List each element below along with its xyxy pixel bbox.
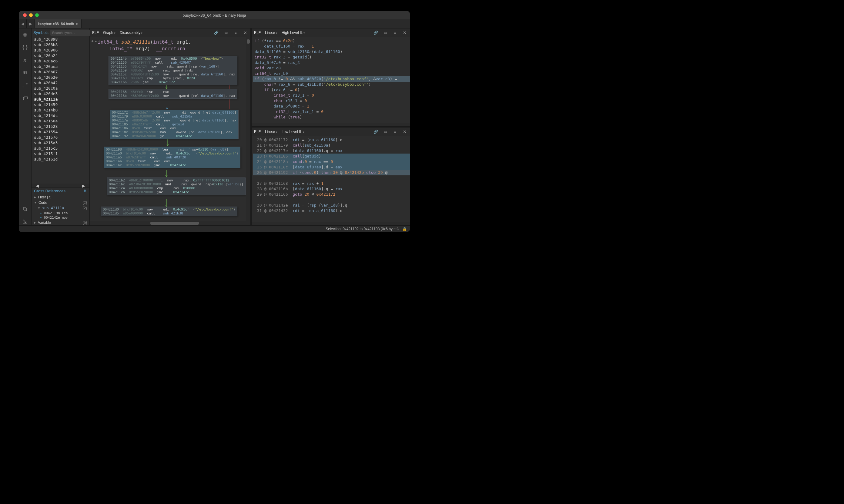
symbol-item[interactable]: sub_420b42	[32, 80, 89, 86]
tree-icon[interactable]: ⧉	[21, 205, 29, 213]
hlil-format[interactable]: ELF	[254, 31, 261, 35]
split-icon[interactable]: ▭	[383, 130, 388, 134]
symbol-item[interactable]: sub_421554	[32, 130, 89, 135]
nav-back-button[interactable]: ◀	[19, 19, 27, 28]
braces-icon[interactable]: { }	[21, 43, 29, 51]
graph-vscroll[interactable]	[246, 37, 251, 226]
symlist-horiz-scroll-left[interactable]: ◀	[36, 183, 39, 188]
code-line[interactable]: 30 @ 0042142e rsi = [rsp {var_1d8}].q	[253, 203, 410, 208]
code-line[interactable]: data_6f080c = 1	[253, 104, 410, 109]
llil-mode[interactable]: Linear	[265, 130, 277, 134]
code-line[interactable]: int64_t var_b0	[253, 71, 410, 76]
symbol-item[interactable]: sub_420ac6	[32, 59, 89, 64]
hlil-hscroll[interactable]	[252, 123, 410, 126]
llil-hscroll[interactable]	[252, 222, 410, 226]
code-line[interactable]: char r15_1 = 0	[253, 98, 410, 104]
graph-node[interactable]: 004211d0 bfcf914c00 mov edi, 0x4c91cf {"…	[101, 206, 237, 216]
graph-node[interactable]: 0042114b bf09854c00 mov edi, 0x4c8509 {"…	[108, 56, 237, 85]
symbol-item[interactable]: sub_421528	[32, 124, 89, 130]
graph-canvas[interactable]: ● ► int64_t sub_42111a(int64_t arg1, int…	[90, 37, 251, 226]
code-line[interactable]: data_6f07a0 = rax_3	[253, 60, 410, 66]
strings-icon[interactable]: „ ”	[21, 82, 29, 89]
graph-tool-icon[interactable]: ⇲	[21, 218, 29, 226]
overview-icon[interactable]: ▦	[21, 31, 29, 38]
code-line[interactable]: if (rax_6 != 0)	[253, 87, 410, 93]
nav-forward-button[interactable]: ▶	[27, 19, 35, 28]
symbol-item[interactable]: sub_4215a3	[32, 141, 89, 146]
variable-icon[interactable]: x	[21, 56, 29, 64]
graph-mode[interactable]: Graph	[103, 31, 116, 35]
symbol-search-input[interactable]	[50, 30, 96, 36]
xref-options-icon[interactable]: 🗎	[83, 189, 87, 193]
close-pane-icon[interactable]: ✕	[243, 30, 248, 35]
code-line[interactable]: 23 @ 00421185 call(getuid)	[253, 154, 410, 159]
code-line[interactable]: void var_c8	[253, 66, 410, 71]
code-line[interactable]: char* rax_6 = sub_421b38("/etc/busybox.c…	[253, 82, 410, 87]
graph-node[interactable]: 00421172 488b3de7ff2c00 mov rdi, qword […	[110, 110, 239, 139]
symbol-list[interactable]: sub_420898sub_4208b8sub_420906sub_420a24…	[32, 37, 89, 183]
symlist-horiz-scroll-right[interactable]: ▶	[82, 183, 85, 188]
llil-format[interactable]: ELF	[254, 130, 261, 134]
link-icon[interactable]: 🔗	[213, 31, 219, 35]
code-line[interactable]: int64_t r13_1 = 0	[253, 93, 410, 98]
symbol-item[interactable]: sub_4214b0	[32, 108, 89, 113]
graph-node[interactable]: 00421198 488db42410010000 lea rsi, [rsp+…	[104, 147, 240, 168]
symbol-item[interactable]: sub_420a24	[32, 53, 89, 59]
code-line[interactable]: 21 @ 00421179 call(sub_42150a)	[253, 143, 410, 148]
graph-hscroll[interactable]	[90, 221, 246, 226]
graph-il[interactable]: Disassembly	[120, 31, 143, 35]
symbol-item[interactable]: sub_420906	[32, 48, 89, 53]
graph-node[interactable]: 00421168 48ffc0 inc rax0042116b 488905ee…	[108, 89, 237, 99]
link-icon[interactable]: 🔗	[373, 130, 378, 134]
symbol-item[interactable]: sub_421576	[32, 135, 89, 141]
layers-icon[interactable]: ≋	[21, 69, 29, 76]
hlil-mode[interactable]: Linear	[265, 31, 277, 35]
xref-item[interactable]: ⇤0042142e mov	[38, 215, 89, 220]
code-line[interactable]: 26 @ 00421192 if (cond:0) then 30 @ 0x42…	[253, 170, 410, 175]
symbol-item[interactable]: sub_420b20	[32, 75, 89, 80]
symbol-item[interactable]: sub_420de3	[32, 91, 89, 97]
code-line[interactable]: 31 @ 00421432 rdi = [data_6f1160].q	[253, 208, 410, 214]
file-tab[interactable]: busybox-x86_64.bndb	[35, 19, 82, 28]
lock-icon[interactable]: 🔒	[402, 227, 407, 231]
code-line[interactable]: int32_t var_1cc_1 = 0	[253, 109, 410, 114]
graph-format[interactable]: ELF	[92, 31, 99, 35]
hlil-il[interactable]: High Level IL	[282, 31, 305, 35]
xref-fn-row[interactable]: ▼sub_42111a {2}	[32, 205, 89, 211]
code-line[interactable]: 29 @ 0042116b goto 20 @ 0x421172	[253, 192, 410, 197]
symbol-item[interactable]: sub_42150a	[32, 119, 89, 124]
code-line[interactable]: if (*rax == 0x2d)	[253, 38, 410, 43]
close-pane-icon[interactable]: ✕	[402, 30, 408, 35]
hlil-view[interactable]: if (*rax == 0x2d) data_6f1160 = rax + 1d…	[252, 37, 410, 123]
xref-item[interactable]: ⇤00421198 lea	[38, 211, 89, 215]
symbol-item[interactable]: sub_420aea	[32, 64, 89, 70]
link-icon[interactable]: 🔗	[373, 31, 378, 35]
symbol-item[interactable]: sub_4215c5	[32, 146, 89, 151]
split-icon[interactable]: ▭	[223, 31, 228, 35]
pane-menu-icon[interactable]: ≡	[392, 130, 398, 134]
symbol-item[interactable]: sub_421459	[32, 102, 89, 108]
split-icon[interactable]: ▭	[383, 31, 388, 35]
symbol-item[interactable]: sub_4215f1	[32, 151, 89, 157]
code-line[interactable]: data_6f1160 = sub_42150a(data_6f1160)	[253, 49, 410, 55]
pane-menu-icon[interactable]: ≡	[392, 31, 398, 35]
code-line[interactable]: 22 @ 0042117e [data_6f1160].q = rax	[253, 148, 410, 154]
symbol-item[interactable]: sub_42111a	[32, 97, 89, 102]
code-line[interactable]: int32_t rax_3 = getuid()	[253, 55, 410, 60]
xref-filter-row[interactable]: ▶Filter (7)	[32, 195, 89, 200]
symbol-item[interactable]: sub_4208b8	[32, 42, 89, 48]
llil-il[interactable]: Low Level IL	[282, 130, 304, 134]
symbol-item[interactable]: sub_42161d	[32, 157, 89, 162]
xref-variable-section[interactable]: ▶Variable {5}	[32, 220, 89, 226]
code-line[interactable]: 25 @ 0042118c [data_6f07a0].d = eax	[253, 164, 410, 170]
code-line[interactable]: data_6f1160 = rax + 1	[253, 43, 410, 49]
graph-node[interactable]: 004211b2 48b812f00000ffff… mov rax, 0xff…	[107, 178, 245, 195]
symbol-item[interactable]: sub_420b07	[32, 70, 89, 75]
llil-view[interactable]: 20 @ 00421172 rdi = [data_6f1160].q 21 @…	[252, 136, 410, 222]
close-pane-icon[interactable]: ✕	[402, 129, 408, 134]
symbol-item[interactable]: sub_420c0a	[32, 86, 89, 91]
code-line[interactable]: 24 @ 0042118a cond:0 = eax == 0	[253, 159, 410, 164]
xref-code-section[interactable]: ▼Code {2}	[32, 200, 89, 205]
pane-menu-icon[interactable]: ≡	[233, 31, 238, 35]
tags-icon[interactable]: 🏷	[21, 94, 29, 102]
